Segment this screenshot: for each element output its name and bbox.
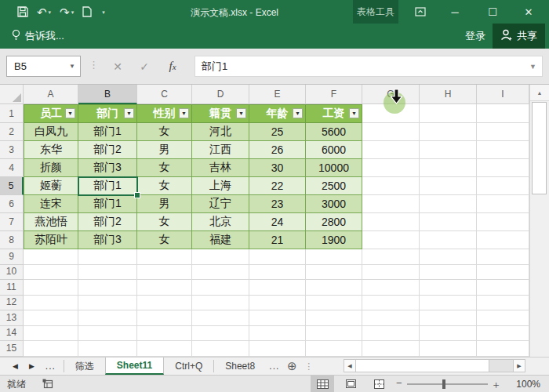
cell-A7[interactable]: 燕池悟 [24, 213, 78, 231]
row-header-14[interactable]: 14 [0, 326, 24, 342]
column-header-i[interactable]: I [477, 85, 529, 104]
cell-C6[interactable]: 男 [137, 195, 192, 213]
cell-F4[interactable]: 10000 [306, 159, 362, 177]
row-header-10[interactable]: 10 [0, 265, 24, 281]
name-box[interactable]: B5 ▼ [6, 56, 81, 77]
row-header-4[interactable]: 4 [0, 159, 24, 177]
cell-G9[interactable] [362, 249, 420, 265]
cell-H11[interactable] [420, 280, 477, 296]
horizontal-scroll-thumb[interactable] [356, 359, 489, 372]
cell-A9[interactable] [24, 249, 78, 265]
cell-D3[interactable]: 江西 [192, 141, 249, 159]
cell-D14[interactable] [192, 326, 249, 342]
cell-G4[interactable] [362, 159, 420, 177]
cell-H5[interactable] [420, 177, 477, 195]
cell-I14[interactable] [477, 326, 529, 342]
cell-A4[interactable]: 折颜 [24, 159, 78, 177]
select-all-corner[interactable] [0, 85, 24, 104]
cell-H4[interactable] [420, 159, 477, 177]
table-header-cell-F1[interactable]: 工资▼ [306, 104, 362, 123]
row-header-5[interactable]: 5 [0, 177, 24, 195]
filter-dropdown-icon[interactable]: ▼ [65, 108, 75, 118]
cell-D7[interactable]: 北京 [192, 213, 249, 231]
zoom-out-icon[interactable]: − [396, 377, 402, 389]
cell-C15[interactable] [137, 341, 192, 357]
cell-I9[interactable] [477, 249, 529, 265]
row-header-1[interactable]: 1 [0, 104, 24, 123]
formula-input[interactable]: 部门1 ▼ [195, 56, 543, 77]
table-header-cell-C1[interactable]: 性别▼ [137, 104, 192, 123]
sheet-tab-ctrl+q[interactable]: Ctrl+Q [164, 358, 213, 375]
close-icon[interactable]: ✕ [515, 0, 542, 24]
cell-B13[interactable] [78, 310, 137, 326]
new-document-icon[interactable] [82, 6, 92, 17]
save-icon[interactable] [17, 6, 28, 17]
cell-D12[interactable] [192, 296, 249, 311]
enter-icon[interactable]: ✓ [134, 56, 155, 77]
cell-F13[interactable] [306, 310, 362, 326]
sheet-tab-sheet11[interactable]: Sheet11 [105, 358, 164, 375]
cell-G7[interactable] [362, 213, 420, 231]
cell-H10[interactable] [420, 265, 477, 281]
cell-B8[interactable]: 部门3 [78, 231, 137, 249]
cell-G12[interactable] [362, 296, 420, 311]
cell-I6[interactable] [477, 195, 529, 213]
cell-F3[interactable]: 6000 [306, 141, 362, 159]
vertical-scrollbar[interactable]: ▲ [529, 85, 549, 357]
cell-B9[interactable] [78, 249, 137, 265]
ribbon-display-options-icon[interactable] [407, 0, 434, 24]
filter-dropdown-icon[interactable]: ▼ [124, 108, 134, 118]
cell-G6[interactable] [362, 195, 420, 213]
cell-F2[interactable]: 5600 [306, 123, 362, 141]
cell-F11[interactable] [306, 280, 362, 296]
cell-C13[interactable] [137, 310, 192, 326]
cell-C10[interactable] [137, 265, 192, 281]
fill-handle[interactable] [134, 192, 140, 198]
cell-F10[interactable] [306, 265, 362, 281]
cell-E6[interactable]: 23 [249, 195, 306, 213]
normal-view-icon[interactable] [311, 376, 334, 392]
cell-I5[interactable] [477, 177, 529, 195]
cell-F7[interactable]: 2800 [306, 213, 362, 231]
cell-C5[interactable]: 女 [137, 177, 192, 195]
tab-bar-splitter-icon[interactable]: ⋮ [301, 358, 316, 375]
column-header-d[interactable]: D [192, 85, 249, 104]
cell-E4[interactable]: 30 [249, 159, 306, 177]
cell-D5[interactable]: 上海 [192, 177, 249, 195]
cell-G11[interactable] [362, 280, 420, 296]
cell-D11[interactable] [192, 280, 249, 296]
cell-E9[interactable] [249, 249, 306, 265]
maximize-icon[interactable]: ☐ [479, 0, 506, 24]
tell-me-box[interactable]: 告诉我... [5, 24, 71, 49]
cell-D10[interactable] [192, 265, 249, 281]
cell-E8[interactable]: 21 [249, 231, 306, 249]
row-header-6[interactable]: 6 [0, 195, 24, 213]
cell-B2[interactable]: 部门1 [78, 123, 137, 141]
vertical-scroll-thumb[interactable] [532, 102, 547, 194]
cell-E13[interactable] [249, 310, 306, 326]
cell-F5[interactable]: 2500 [306, 177, 362, 195]
cell-C2[interactable]: 女 [137, 123, 192, 141]
cell-A3[interactable]: 东华 [24, 141, 78, 159]
table-header-cell-B1[interactable]: 部门▼ [78, 104, 137, 123]
share-button[interactable]: 共享 [493, 24, 545, 49]
column-header-h[interactable]: H [420, 85, 477, 104]
cell-B11[interactable] [78, 280, 137, 296]
cell-F6[interactable]: 3000 [306, 195, 362, 213]
cell-C4[interactable]: 女 [137, 159, 192, 177]
cell-B4[interactable]: 部门3 [78, 159, 137, 177]
cell-G10[interactable] [362, 265, 420, 281]
table-header-cell-E1[interactable]: 年龄▼ [249, 104, 306, 123]
cell-C8[interactable]: 女 [137, 231, 192, 249]
horizontal-scrollbar[interactable]: ◀ ▶ [344, 359, 525, 372]
cell-D15[interactable] [192, 341, 249, 357]
cell-G15[interactable] [362, 341, 420, 357]
cell-A5[interactable]: 姬蘅 [24, 177, 78, 195]
cell-D6[interactable]: 辽宁 [192, 195, 249, 213]
cell-B10[interactable] [78, 265, 137, 281]
sheet-tab-筛选[interactable]: 筛选 [64, 358, 105, 375]
zoom-level[interactable]: 100% [516, 379, 540, 390]
cell-C3[interactable]: 男 [137, 141, 192, 159]
cell-H3[interactable] [420, 141, 477, 159]
cell-F9[interactable] [306, 249, 362, 265]
